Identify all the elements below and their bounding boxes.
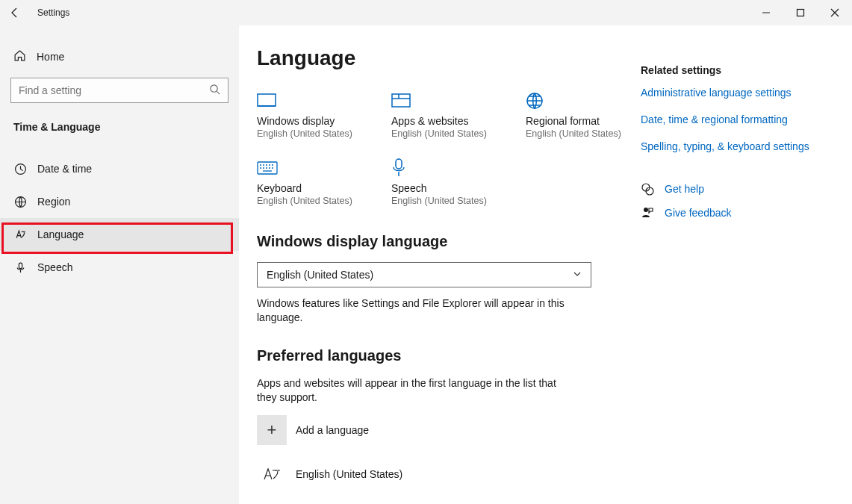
give-feedback-link[interactable]: Give feedback: [665, 207, 732, 219]
minimize-button[interactable]: [749, 0, 783, 25]
keyboard-icon: [257, 157, 369, 179]
display-icon: [257, 90, 369, 112]
globe-icon: [13, 195, 27, 208]
tile-regional-format[interactable]: Regional format English (United States): [526, 90, 638, 139]
close-button[interactable]: [818, 0, 852, 25]
display-language-desc: Windows features like Settings and File …: [257, 296, 570, 325]
search-input[interactable]: [19, 84, 209, 96]
select-value: English (United States): [267, 269, 373, 281]
tile-subtitle: English (United States): [391, 196, 503, 206]
sidebar-item-label: Date & time: [37, 163, 92, 175]
tile-title: Windows display: [257, 115, 369, 127]
sidebar-item-label: Language: [37, 228, 84, 240]
tile-title: Speech: [391, 182, 503, 194]
language-icon: [13, 228, 27, 241]
title-bar: Settings: [0, 0, 852, 25]
link-spelling-typing[interactable]: Spelling, typing, & keyboard settings: [641, 140, 837, 152]
feedback-icon: [641, 206, 654, 220]
tile-title: Keyboard: [257, 182, 369, 194]
add-button[interactable]: +: [257, 415, 287, 445]
window-title: Settings: [30, 7, 69, 18]
svg-rect-24: [396, 159, 402, 169]
globe-grid-icon: [526, 90, 638, 112]
get-help-link[interactable]: Get help: [665, 183, 704, 195]
help-icon: [641, 182, 654, 196]
add-language-label: Add a language: [296, 424, 369, 436]
home-icon: [13, 49, 26, 64]
maximize-button[interactable]: [783, 0, 818, 25]
link-admin-language[interactable]: Administrative language settings: [641, 87, 837, 99]
section-display-language: Windows display language: [257, 233, 638, 250]
sidebar-item-region[interactable]: Region: [0, 185, 239, 218]
sidebar: Home Time & Language Date & time Region: [0, 25, 239, 504]
home-label: Home: [37, 51, 64, 63]
sidebar-item-speech[interactable]: Speech: [0, 251, 239, 284]
category-heading: Time & Language: [0, 113, 239, 143]
mic-icon: [391, 157, 503, 179]
tile-title: Regional format: [526, 115, 638, 127]
related-heading: Related settings: [641, 64, 837, 76]
page-title: Language: [257, 46, 638, 70]
sidebar-item-label: Region: [37, 196, 70, 208]
svg-point-2: [211, 85, 217, 92]
add-language-row[interactable]: + Add a language: [257, 415, 638, 445]
related-panel: Related settings Administrative language…: [638, 46, 852, 504]
tile-subtitle: English (United States): [526, 128, 638, 139]
tile-speech[interactable]: Speech English (United States): [391, 157, 503, 206]
search-icon: [209, 84, 220, 97]
tile-subtitle: English (United States): [257, 196, 369, 206]
home-nav[interactable]: Home: [0, 40, 239, 73]
main-content: Language Windows display English (United…: [257, 46, 638, 504]
language-char-icon: [257, 463, 287, 485]
plus-icon: +: [267, 420, 277, 440]
svg-rect-1: [797, 10, 804, 16]
microphone-icon: [13, 261, 27, 274]
search-box[interactable]: [10, 78, 228, 103]
svg-rect-5: [19, 263, 22, 268]
preferred-languages-desc: Apps and websites will appear in the fir…: [257, 376, 570, 405]
tile-keyboard[interactable]: Keyboard English (United States): [257, 157, 369, 206]
svg-rect-8: [392, 94, 410, 107]
chevron-down-icon: [573, 269, 582, 281]
sidebar-item-label: Speech: [37, 261, 72, 273]
section-preferred-languages: Preferred languages: [257, 347, 638, 364]
tile-subtitle: English (United States): [257, 128, 369, 139]
svg-point-27: [644, 208, 648, 212]
sidebar-item-language[interactable]: Language: [0, 218, 239, 251]
sidebar-item-date-time[interactable]: Date & time: [0, 152, 239, 185]
tile-title: Apps & websites: [391, 115, 503, 127]
window-icon: [391, 90, 503, 112]
language-entry[interactable]: English (United States): [257, 458, 638, 490]
tile-windows-display[interactable]: Windows display English (United States): [257, 90, 369, 139]
link-date-time-format[interactable]: Date, time & regional formatting: [641, 113, 837, 125]
display-language-select[interactable]: English (United States): [257, 262, 591, 287]
svg-rect-6: [258, 94, 276, 106]
back-button[interactable]: [0, 0, 30, 25]
language-entry-label: English (United States): [296, 468, 402, 480]
tile-apps-websites[interactable]: Apps & websites English (United States): [391, 90, 503, 139]
clock-icon: [13, 162, 27, 175]
tile-subtitle: English (United States): [391, 128, 503, 139]
